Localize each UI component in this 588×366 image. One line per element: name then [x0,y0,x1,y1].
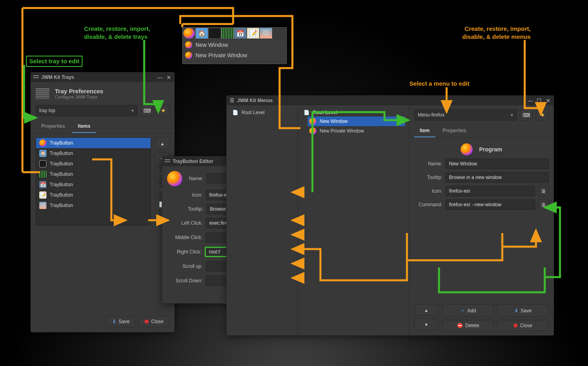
menu-command-browse-button[interactable]: 🗎 [538,199,549,210]
menu-save-button[interactable]: ⬇Save [497,304,549,317]
tray-menu-new-private[interactable]: New Private Window [183,50,286,60]
menu-details-panel: Menu-firefox ⌨ ✦ Item Properties Program… [409,105,554,335]
annotation-select-menu: Select a menu to edit [409,80,469,88]
editor-preview-icon [167,171,182,186]
program-icon [461,143,473,155]
program-label: Program [479,146,502,153]
tab-items[interactable]: Items [72,120,96,133]
tray-select-dropdown[interactable]: tray top [36,105,137,116]
tab-item[interactable]: Item [414,125,435,137]
titlebar-title: TrayButton Editor [173,159,213,164]
menu-close-button[interactable]: Close [497,320,549,331]
annotation-create-trays: Create, restore, import, disable, & dele… [84,25,150,40]
lclick-label: Left Click: [167,220,203,226]
list-item[interactable]: TrayButton [36,138,151,148]
menu-icon-label: Icon: [414,188,442,194]
name-label: Name: [185,176,203,181]
move-up-button[interactable]: ▴ [155,137,169,149]
annotation-create-menus: Create, restore, import, disable, & dele… [462,25,531,40]
list-item[interactable]: 🏠TrayButton [36,148,151,159]
titlebar-menus[interactable]: ☰ JWM Kit Menus — ☐ ✕ [227,96,554,105]
annotation-select-tray: Select tray to edit [26,56,83,67]
tray-icon-terminal[interactable] [208,28,221,39]
tray-icon-monitor[interactable] [221,28,234,39]
close-window-button[interactable]: Close [139,316,169,327]
scrollup-label: Scroll up: [167,263,203,269]
items-list[interactable]: TrayButton 🏠TrayButton TrayButton TrayBu… [36,137,151,225]
menu-icon-input[interactable] [445,186,535,196]
menu-tooltip-label: Tooltip: [414,175,442,180]
titlebar-trays[interactable]: JWM Kit Trays — ✕ [31,72,174,82]
header-sub: Configure JWM Trays [55,95,103,99]
tab-properties[interactable]: Properties [36,120,70,133]
tray-icon-calendar[interactable]: 📅 [234,28,247,39]
titlebar-title: JWM Kit Trays [41,74,74,80]
save-button[interactable]: ⬇Save [106,316,135,327]
tree-item-new-window[interactable]: New Window [308,117,405,126]
menu-name-label: Name: [414,161,442,167]
scrolldown-label: Scroll Down: [167,278,203,284]
tray-menu-new-window[interactable]: New Window [183,40,286,50]
list-icon: ☰ [229,98,235,103]
tray-icon-firefox[interactable] [183,28,195,39]
list-icon [165,159,170,164]
titlebar-title: JWM Kit Menus [237,98,273,103]
icon-label: Icon: [167,192,203,198]
tree-header: 📄Root Level [302,109,405,117]
menu-select-dropdown[interactable]: Menu-firefox [414,109,517,121]
menu-icon-browse-button[interactable]: 🗎 [538,186,549,196]
maximize-button[interactable]: ☐ [536,97,542,104]
tray-icon-home[interactable]: 🏠 [195,28,208,39]
add-button[interactable]: ＋Add [442,304,494,317]
menu-command-label: Command: [414,202,442,207]
list-icon [33,74,39,80]
new-menu-button[interactable]: ✦ [536,109,549,121]
close-button[interactable]: ✕ [165,74,172,80]
tree-item-new-private[interactable]: New Private Window [308,126,405,136]
header-title: Tray Preferences [55,88,103,95]
list-item[interactable]: 📝TrayButton [36,190,151,200]
menu-tree-panel: 📄Root Level New Window New Private Windo… [298,105,409,335]
keyboard-button[interactable]: ⌨ [520,109,533,121]
tray-icon-picture[interactable]: 🖼 [260,28,272,39]
tree-root-level[interactable]: 📄Root Level [231,109,294,117]
window-menus: ☰ JWM Kit Menus — ☐ ✕ 📄Root Level 📄Root … [226,95,554,336]
keyboard-button[interactable]: ⌨ [141,105,153,116]
minimize-button[interactable]: — [157,74,163,80]
menu-move-down-button[interactable]: ▾ [414,319,438,330]
tray-icon-notepad[interactable]: 📝 [247,28,260,39]
mclick-label: Middle Click: [167,235,203,240]
tab-properties[interactable]: Properties [437,125,472,137]
menu-command-input[interactable] [445,199,535,210]
tooltip-label: Tooltip: [167,206,203,212]
list-item[interactable]: TrayButton [36,169,151,179]
list-item[interactable]: TrayButton [36,159,151,169]
new-tray-button[interactable]: ✦ [157,105,169,116]
minimize-button[interactable]: — [527,97,534,104]
root-tree-panel: 📄Root Level [227,105,298,335]
list-item[interactable]: 📅TrayButton [36,179,151,190]
delete-button[interactable]: ⛔Delete [442,320,494,331]
rclick-label: Right Click: [167,249,201,255]
close-button[interactable]: ✕ [545,97,551,104]
list-item[interactable]: 🖼TrayButton [36,200,151,211]
menu-move-up-button[interactable]: ▴ [414,304,438,316]
tray-sample: 🏠 📅 📝 🖼 New Window New Private Window [182,27,287,64]
menu-tooltip-input[interactable] [445,172,549,183]
window-trays: JWM Kit Trays — ✕ Tray Preferences Confi… [30,72,175,332]
menu-name-input[interactable] [445,159,549,169]
tray-prefs-icon [36,88,49,99]
